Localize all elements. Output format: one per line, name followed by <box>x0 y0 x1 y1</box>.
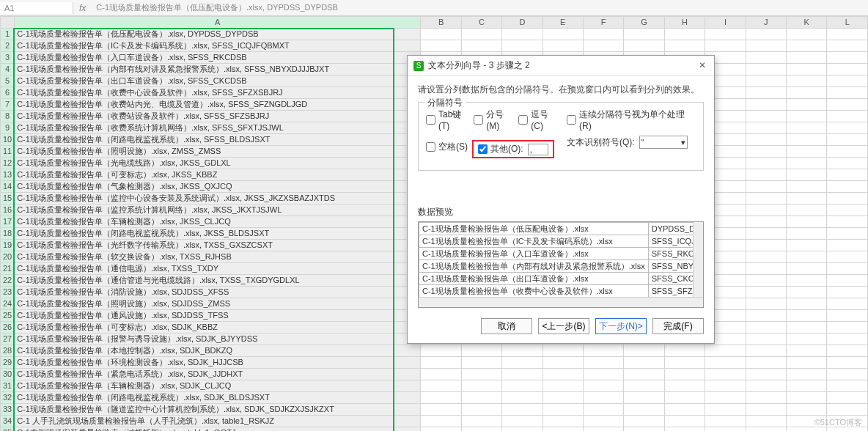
row-header[interactable]: 26 <box>1 322 15 334</box>
other-checkbox[interactable]: 其他(O): <box>478 143 523 155</box>
cell[interactable]: C-1现场质量检验报告单（IC卡及发卡编码系统）.xlsx, SFSS_ICQJ… <box>15 40 421 52</box>
cell[interactable] <box>705 40 746 52</box>
semicolon-checkbox[interactable]: 分号(M) <box>474 108 514 131</box>
cell[interactable]: C-1现场质量检验报告单（监控中心设备安装及系统调试）.xlsx, JKSS_J… <box>15 193 421 205</box>
cell[interactable] <box>502 427 542 432</box>
cell[interactable] <box>827 322 868 334</box>
cell[interactable] <box>787 275 827 287</box>
row-header[interactable]: 10 <box>1 134 15 146</box>
cell[interactable] <box>787 52 827 64</box>
cell[interactable]: C-1现场质量检验报告单（软交换设备）.xlsx, TXSS_RJHSB <box>15 251 421 263</box>
cell[interactable] <box>827 334 868 345</box>
cell[interactable] <box>746 146 786 158</box>
cell[interactable] <box>664 392 705 404</box>
cell[interactable] <box>746 263 786 275</box>
cell[interactable] <box>787 122 827 134</box>
cell[interactable] <box>827 99 868 111</box>
cell[interactable] <box>827 64 868 75</box>
cell[interactable]: C-1 人手孔浇筑现场质量检验报告单（人手孔浇筑）.xlsx, table1_R… <box>15 416 421 427</box>
next-button[interactable]: 下一步(N)> <box>595 318 647 334</box>
finish-button[interactable]: 完成(F) <box>652 318 704 334</box>
cell[interactable] <box>461 40 501 52</box>
cell[interactable] <box>827 75 868 87</box>
cell[interactable] <box>542 345 583 357</box>
cell[interactable] <box>421 40 461 52</box>
row-header[interactable]: 15 <box>1 193 15 205</box>
cell[interactable] <box>746 287 786 298</box>
cell[interactable] <box>705 357 746 369</box>
cell[interactable] <box>583 416 623 427</box>
cell[interactable] <box>502 29 542 40</box>
cell[interactable] <box>542 40 583 52</box>
cell[interactable]: C-1现场质量检验报告单（收费站内光、电缆及管道）.xlsx, SFSS_SFZ… <box>15 99 421 111</box>
cell[interactable]: C-1现场质量检验报告单（出口车道设备）.xlsx, SFSS_CKCDSB <box>15 75 421 87</box>
cell[interactable] <box>461 427 501 432</box>
cell[interactable] <box>542 392 583 404</box>
col-header-F[interactable]: F <box>583 17 623 29</box>
cell[interactable] <box>746 52 786 64</box>
col-header-B[interactable]: B <box>421 17 461 29</box>
cell[interactable] <box>624 369 664 380</box>
cell[interactable] <box>542 416 583 427</box>
cell[interactable] <box>787 87 827 99</box>
cell[interactable] <box>746 275 786 287</box>
cell[interactable] <box>542 357 583 369</box>
cell[interactable] <box>787 369 827 380</box>
cell[interactable] <box>827 193 868 205</box>
cell[interactable]: C-1现场质量检验报告单（入口车道设备）.xlsx, SFSS_RKCDSB <box>15 52 421 64</box>
cell[interactable] <box>502 416 542 427</box>
cell[interactable] <box>664 404 705 416</box>
cell[interactable] <box>664 369 705 380</box>
back-button[interactable]: <上一步(B) <box>538 318 589 334</box>
cell[interactable] <box>583 357 623 369</box>
cell[interactable]: C-1现场质量检验报告单（闭路电视监视系统）.xlsx, SDJK_BLDSJS… <box>15 392 421 404</box>
cell[interactable] <box>583 392 623 404</box>
cell[interactable]: C-1现场质量检验报告单（隧道监控中心计算机控制系统）.xlsx, SDJK_S… <box>15 404 421 416</box>
cell[interactable] <box>502 404 542 416</box>
cell[interactable] <box>746 193 786 205</box>
cell[interactable] <box>787 99 827 111</box>
cell[interactable] <box>624 380 664 392</box>
col-header-A[interactable]: A <box>15 17 421 29</box>
cell[interactable] <box>787 228 827 240</box>
cell[interactable] <box>827 228 868 240</box>
cell[interactable] <box>787 29 827 40</box>
dialog-titlebar[interactable]: S 文本分列向导 - 3 步骤之 2 ✕ <box>408 56 714 76</box>
cell[interactable] <box>542 427 583 432</box>
other-delimiter-input[interactable] <box>528 144 548 155</box>
cell[interactable] <box>787 111 827 122</box>
row-header[interactable]: 28 <box>1 345 15 357</box>
row-header[interactable]: 18 <box>1 228 15 240</box>
cell[interactable]: C-1现场质量检验报告单（通风设施）.xlsx, SDJDSS_TFSS <box>15 310 421 322</box>
col-header-D[interactable]: D <box>502 17 542 29</box>
cell[interactable] <box>583 380 623 392</box>
cell[interactable] <box>705 404 746 416</box>
cell[interactable] <box>827 298 868 310</box>
cell[interactable] <box>787 310 827 322</box>
cell[interactable] <box>787 345 827 357</box>
row-header[interactable]: 19 <box>1 240 15 251</box>
cell[interactable] <box>746 29 786 40</box>
cell[interactable] <box>705 29 746 40</box>
cell[interactable] <box>502 40 542 52</box>
comma-checkbox[interactable]: 逗号(C) <box>518 108 558 131</box>
cell[interactable] <box>746 392 786 404</box>
cell[interactable] <box>583 29 623 40</box>
col-header-H[interactable]: H <box>664 17 705 29</box>
cell[interactable] <box>421 404 461 416</box>
cell[interactable] <box>746 216 786 228</box>
cell[interactable] <box>827 240 868 251</box>
cell[interactable] <box>827 380 868 392</box>
cell[interactable] <box>421 427 461 432</box>
cell[interactable]: C-1现场质量检验报告单（收费中心设备及软件）.xlsx, SFSS_SFZXS… <box>15 87 421 99</box>
cell[interactable] <box>746 345 786 357</box>
row-header[interactable]: 17 <box>1 216 15 228</box>
cell[interactable] <box>746 111 786 122</box>
cell[interactable]: C-1现场质量检验报告单（内部有线对讲及紧急报警系统）.xlsx, SFSS_N… <box>15 64 421 75</box>
cell[interactable] <box>746 404 786 416</box>
cell[interactable] <box>787 263 827 275</box>
cell[interactable] <box>542 404 583 416</box>
cell[interactable] <box>583 427 623 432</box>
cell[interactable] <box>461 345 501 357</box>
cell[interactable] <box>827 181 868 193</box>
